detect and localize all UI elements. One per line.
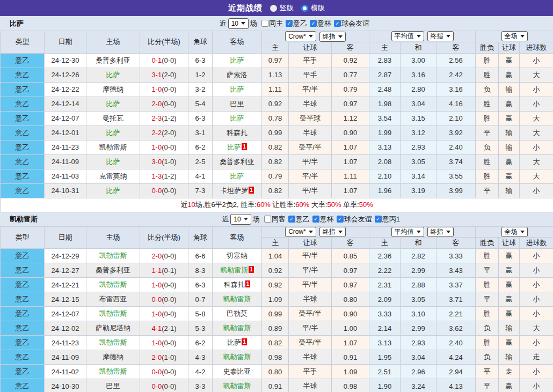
home-team-cell: 比萨 (86, 125, 140, 140)
result-cell: 胜 (476, 169, 499, 183)
handicap-odds-cell: 0.78 (262, 111, 289, 125)
checkbox-icon: ✓ (375, 216, 382, 223)
result-cell: 赢 (499, 263, 520, 278)
halftime-score: (0-0) (162, 252, 176, 260)
team-name: 凯勒雷斯 (99, 252, 127, 260)
filter-near-label: 近 (222, 215, 229, 224)
column-header: 角球 (188, 226, 213, 249)
halftime-score: (1-0) (162, 353, 176, 361)
header-select[interactable]: 终指 (427, 227, 454, 237)
handicap-odds-cell: 0.99 (262, 125, 289, 140)
fulltime-score: 1-0 (151, 85, 162, 93)
checkbox-icon: ✓ (312, 216, 319, 223)
filter-bar: 近 10 场 同主✓意乙✓意杯✓球会友谊 (220, 18, 369, 29)
checkbox-icon: ✓ (310, 20, 317, 27)
filter-checkbox[interactable]: ✓球会友谊 (337, 215, 372, 224)
handicap-odds-cell: 1.00 (332, 321, 369, 336)
home-team-cell: 凯勒雷斯 (86, 365, 140, 379)
fulltime-score: 2-0 (151, 100, 162, 108)
away-team-cell: 切塞纳 (213, 249, 262, 263)
filter-checkbox[interactable]: ✓意乙 (288, 215, 310, 224)
fulltime-score: 3-0 (151, 158, 162, 166)
filter-checkboxes: 同客✓意乙✓意杯✓球会友谊✓意丙1 (261, 215, 400, 224)
home-team-cell: 凯勒雷斯 (86, 140, 140, 154)
recent-results-page: 近期战绩 竖版 横版 比萨 近 10 场 同主✓意乙✓意杯✓球会友谊 (0, 0, 553, 392)
handicap-odds-cell: 1.11 (262, 82, 289, 97)
filter-checkbox[interactable]: ✓意乙 (286, 19, 307, 28)
match-type-cell: 意乙 (1, 111, 45, 125)
column-subheader: 主 (369, 238, 401, 249)
away-team-cell: 巴勒莫 (213, 307, 262, 321)
header-select[interactable]: 全场 (501, 31, 528, 41)
chevron-down-icon (520, 231, 525, 233)
match-count-select[interactable]: 10 (228, 18, 249, 29)
filter-checkbox[interactable]: ✓意杯 (312, 215, 334, 224)
away-team-cell: 巴里 (213, 97, 262, 111)
header-select[interactable]: 终指 (319, 227, 346, 237)
team-name: 卡坦萨罗 (220, 187, 248, 195)
fulltime-score: 4-1 (151, 324, 162, 332)
average-odds-cell: 2.80 (401, 82, 436, 97)
filter-checkbox[interactable]: 同客 (264, 215, 286, 224)
team-name: 比萨 (227, 143, 241, 151)
radio-horizontal-layout[interactable]: 横版 (301, 3, 325, 13)
home-team-cell: 桑普多利亚 (86, 53, 140, 68)
header-select[interactable]: 平均值 (391, 31, 424, 41)
filter-checkbox[interactable]: ✓球会友谊 (334, 19, 369, 28)
fulltime-score: 2-0 (151, 353, 162, 361)
result-cell: 赢 (499, 111, 520, 125)
corner-cell: 3-2 (188, 82, 213, 97)
summary-text: 50% (359, 201, 373, 209)
filter-checkbox[interactable]: ✓意杯 (310, 19, 331, 28)
checkbox-label: 意乙 (293, 19, 307, 28)
result-cell: 胜 (476, 249, 499, 263)
score-cell: 0-0(0-0) (140, 365, 188, 379)
header-select[interactable]: 全场 (501, 227, 528, 237)
select-value: 全场 (505, 227, 518, 236)
result-cell: 小 (520, 53, 553, 68)
card-badge: 1 (249, 187, 254, 194)
handicap-odds-cell: 平/半 (289, 154, 332, 169)
fulltime-score: 1-1 (151, 267, 162, 275)
select-value: 终指 (431, 32, 443, 41)
average-odds-cell: 2.22 (369, 263, 401, 278)
select-group-header: 全场 (476, 226, 553, 238)
handicap-odds-cell: 0.97 (332, 263, 369, 278)
team-section-cagliari: 凯勒雷斯 近 10 场 同客✓意乙✓意杯✓球会友谊✓意丙1 类型日期主场比分(半… (0, 212, 553, 392)
match-count-select[interactable]: 10 (230, 214, 251, 225)
halftime-score: (0-0) (162, 281, 176, 289)
header-select[interactable]: Crow* (285, 227, 316, 237)
match-type-cell: 意乙 (1, 68, 45, 82)
match-date-cell: 24-12-22 (45, 82, 86, 97)
filter-checkbox[interactable]: ✓意丙1 (375, 215, 400, 224)
chevron-down-icon (309, 231, 313, 233)
topbar: 近期战绩 竖版 横版 (0, 0, 553, 16)
matches-table: 类型日期主场比分(半场)角球客场Crow*终指平均值终指全场主让球客主和客胜负让… (0, 31, 553, 212)
home-team-cell: 曼托瓦 (86, 111, 140, 125)
header-select[interactable]: 终指 (319, 32, 346, 42)
result-cell: 输 (499, 321, 520, 336)
chevron-down-icon (520, 35, 525, 38)
home-team-cell: 桑普多利亚 (86, 263, 140, 278)
header-select[interactable]: Crow* (285, 31, 316, 41)
match-date-cell: 24-12-14 (45, 97, 86, 111)
average-odds-cell: 2.94 (436, 365, 476, 379)
match-date-cell: 24-11-09 (45, 350, 86, 365)
select-value: 全场 (505, 32, 518, 41)
filter-checkbox[interactable]: 同主 (261, 19, 283, 28)
team-name: 摩德纳 (103, 85, 123, 93)
header-select[interactable]: 平均值 (391, 227, 424, 237)
handicap-odds-cell: 平手 (289, 365, 332, 379)
header-select[interactable]: 终指 (427, 31, 454, 41)
fulltime-score: 2-3 (151, 114, 162, 122)
summary-text: 让胜率: (271, 201, 295, 209)
table-row: 意乙24-12-07曼托瓦2-3(1-2)6-3比萨0.78受半球1.123.5… (1, 111, 553, 125)
column-header: 比分(半场) (140, 31, 188, 54)
handicap-odds-cell: 半球 (289, 379, 332, 392)
team-name: 凯勒雷斯 (99, 367, 127, 375)
average-odds-cell: 3.33 (436, 249, 476, 263)
average-odds-cell: 3.16 (436, 82, 476, 97)
match-date-cell: 24-12-15 (45, 292, 86, 307)
away-team-cell: 凯勒雷斯1 (213, 263, 262, 278)
radio-vertical-layout[interactable]: 竖版 (270, 3, 294, 13)
